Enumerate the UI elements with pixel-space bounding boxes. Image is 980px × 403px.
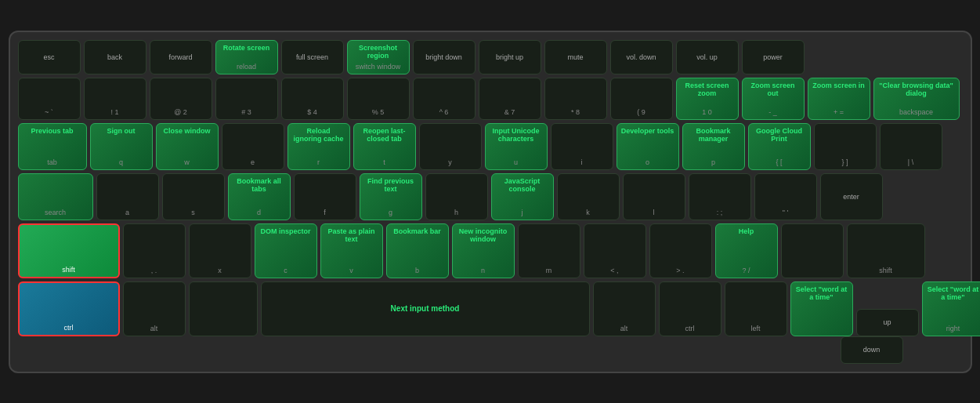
key-switch-window[interactable]: Screenshot region switch window	[347, 40, 410, 74]
key-ctrl-right[interactable]: ctrl	[659, 281, 721, 336]
key-9[interactable]: ( 9	[610, 78, 673, 120]
key-shift-left[interactable]: shift	[18, 223, 120, 278]
key-bracket-r[interactable]: } ]	[814, 123, 877, 170]
key-r[interactable]: Reload ignoring cache r	[287, 123, 350, 170]
key-h[interactable]: h	[425, 173, 488, 220]
key-bright-up[interactable]: bright up	[479, 40, 541, 74]
key-alt-right[interactable]: alt	[593, 281, 656, 336]
key-c[interactable]: DOM inspector c	[255, 223, 317, 278]
keyboard: esc back forward Rotate screen reload fu…	[9, 31, 972, 373]
key-vol-up[interactable]: vol. up	[676, 40, 739, 74]
key-period[interactable]: > .	[649, 223, 712, 278]
key-minus[interactable]: Zoom screen out - _	[742, 78, 805, 120]
key-g[interactable]: Find previous text g	[360, 173, 422, 220]
key-p[interactable]: Bookmark manager p	[682, 123, 745, 170]
key-o[interactable]: Developer tools o	[617, 123, 679, 170]
key-b[interactable]: Bookmark bar b	[386, 223, 449, 278]
key-8[interactable]: * 8	[544, 78, 607, 120]
key-forward[interactable]: forward	[150, 40, 212, 74]
key-s[interactable]: s	[162, 173, 225, 220]
key-down[interactable]: down	[841, 336, 903, 364]
key-esc[interactable]: esc	[18, 40, 81, 74]
key-w[interactable]: Close window w	[156, 123, 219, 170]
qwerty-row: Previous tab tab Sign out q Close window…	[18, 123, 963, 170]
key-alt-left[interactable]: alt	[123, 281, 186, 336]
key-6[interactable]: ^ 6	[413, 78, 476, 120]
key-l[interactable]: l	[623, 173, 685, 220]
key-reload[interactable]: Rotate screen reload	[215, 40, 278, 74]
key-5[interactable]: % 5	[347, 78, 410, 120]
key-q[interactable]: Sign out q	[90, 123, 153, 170]
key-ctrl-left[interactable]: ctrl	[18, 281, 120, 336]
key-backslash[interactable]: | \	[880, 123, 942, 170]
key-vol-down[interactable]: vol. down	[610, 40, 673, 74]
key-z[interactable]: , .	[123, 223, 186, 278]
asdf-row: search a s Bookmark all tabs d f Find pr…	[18, 173, 963, 220]
key-mute[interactable]: mute	[544, 40, 607, 74]
key-space[interactable]: Next input method	[261, 281, 590, 336]
key-comma[interactable]: < ,	[584, 223, 646, 278]
key-shift-right[interactable]: shift	[847, 223, 925, 278]
key-shift-right-placeholder[interactable]	[781, 223, 844, 278]
fn-row: esc back forward Rotate screen reload fu…	[18, 40, 963, 74]
key-up[interactable]: up	[856, 309, 919, 336]
key-power[interactable]: power	[742, 40, 805, 74]
key-e[interactable]: e	[222, 123, 284, 170]
key-equals[interactable]: Zoom screen in + =	[808, 78, 870, 120]
key-bracket-l[interactable]: Google Cloud Print { [	[748, 123, 811, 170]
key-7[interactable]: & 7	[479, 78, 541, 120]
key-search[interactable]: search	[18, 173, 93, 220]
key-enter[interactable]: enter	[820, 173, 883, 220]
key-u[interactable]: Input Unicode characters u	[485, 123, 548, 170]
key-i[interactable]: i	[551, 123, 613, 170]
zxcv-row: shift , . x DOM inspector c Paste as pla…	[18, 223, 963, 278]
key-m[interactable]: m	[518, 223, 580, 278]
key-t[interactable]: Reopen last-closed tab t	[353, 123, 416, 170]
key-2[interactable]: @ 2	[150, 78, 212, 120]
key-1[interactable]: ! 1	[84, 78, 146, 120]
key-back[interactable]: back	[84, 40, 146, 74]
key-select-word-left[interactable]: Select "word at a time"	[790, 281, 853, 336]
key-d[interactable]: Bookmark all tabs d	[228, 173, 291, 220]
key-n[interactable]: New incognito window n	[452, 223, 515, 278]
key-y[interactable]: y	[419, 123, 482, 170]
arrow-sub-row: down	[18, 336, 963, 364]
key-tab[interactable]: Previous tab tab	[18, 123, 87, 170]
key-k[interactable]: k	[557, 173, 620, 220]
key-bright-down[interactable]: bright down	[413, 40, 476, 74]
key-4[interactable]: $ 4	[281, 78, 344, 120]
key-fullscreen[interactable]: full screen	[281, 40, 344, 74]
key-semicolon[interactable]: : ;	[689, 173, 751, 220]
key-tilde[interactable]: ~ `	[18, 78, 81, 120]
key-3[interactable]: # 3	[215, 78, 278, 120]
number-row: ~ ` ! 1 @ 2 # 3 $ 4 % 5 ^ 6 & 7	[18, 78, 963, 120]
key-bottom-blank2[interactable]: left	[725, 281, 787, 336]
bottom-row: ctrl alt Next input method alt ctrl left…	[18, 281, 963, 336]
key-backspace[interactable]: "Clear browsing data" dialog backspace	[873, 78, 960, 120]
key-v[interactable]: Paste as plain text v	[320, 223, 383, 278]
key-bottom-blank1[interactable]	[189, 281, 258, 336]
key-0[interactable]: Reset screen zoom 1 0	[676, 78, 739, 120]
key-select-word-right[interactable]: Select "word at a time" right	[922, 281, 981, 336]
key-x[interactable]: x	[189, 223, 251, 278]
key-j[interactable]: JavaScript console j	[491, 173, 554, 220]
key-f[interactable]: f	[294, 173, 356, 220]
key-slash[interactable]: Help ? /	[715, 223, 778, 278]
key-quote[interactable]: " '	[754, 173, 817, 220]
key-a[interactable]: a	[96, 173, 159, 220]
